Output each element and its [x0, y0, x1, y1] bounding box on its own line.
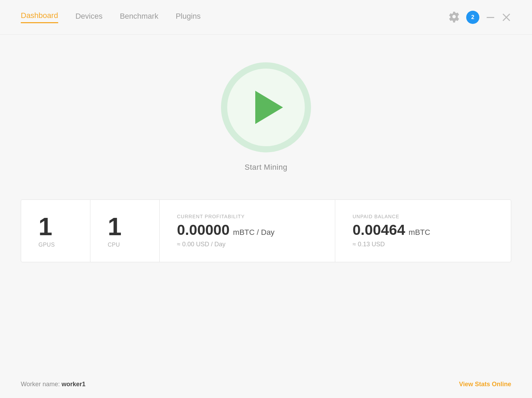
minimize-icon	[487, 17, 494, 18]
play-icon	[255, 91, 283, 124]
stats-grid: 1 GPUs 1 CPU CURRENT PROFITABILITY 0.000…	[21, 200, 511, 262]
profitability-card: CURRENT PROFITABILITY 0.00000 mBTC / Day…	[160, 200, 335, 262]
cpu-label: CPU	[108, 242, 120, 248]
nav-tabs: Dashboard Devices Benchmark Plugins	[21, 11, 201, 23]
view-stats-link[interactable]: View Stats Online	[459, 381, 511, 388]
nav-right: 2	[448, 11, 511, 24]
close-button[interactable]	[502, 12, 511, 22]
gpus-count: 1	[38, 214, 52, 239]
balance-section-label: UNPAID BALANCE	[353, 214, 497, 219]
gpus-stat-card: 1 GPUs	[21, 200, 90, 262]
balance-usd: ≈ 0.13 USD	[353, 241, 497, 248]
profitability-value-row: 0.00000 mBTC / Day	[177, 223, 321, 237]
start-mining-button[interactable]	[221, 62, 311, 152]
profitability-value: 0.00000	[177, 223, 230, 237]
main-content: Start Mining 1 GPUs 1 CPU CURRENT PROFIT…	[0, 35, 532, 398]
notification-count: 2	[471, 14, 475, 20]
app-window: Dashboard Devices Benchmark Plugins 2	[0, 0, 532, 398]
worker-name-display: Worker name: worker1	[21, 381, 86, 388]
footer: Worker name: worker1 View Stats Online	[0, 370, 532, 398]
worker-name: worker1	[62, 381, 86, 388]
profitability-section-label: CURRENT PROFITABILITY	[177, 214, 321, 219]
close-icon	[503, 14, 510, 21]
gear-icon	[448, 11, 460, 23]
worker-prefix: Worker name:	[21, 381, 62, 388]
balance-unit: mBTC	[409, 228, 430, 237]
tab-benchmark[interactable]: Benchmark	[120, 12, 158, 23]
cpu-stat-card: 1 CPU	[90, 200, 160, 262]
tab-plugins[interactable]: Plugins	[176, 12, 201, 23]
play-container: Start Mining	[221, 62, 311, 172]
notification-badge[interactable]: 2	[466, 11, 479, 24]
start-mining-label: Start Mining	[245, 163, 287, 172]
balance-card: UNPAID BALANCE 0.00464 mBTC ≈ 0.13 USD	[335, 200, 511, 262]
tab-dashboard[interactable]: Dashboard	[21, 11, 58, 23]
cpu-count: 1	[108, 214, 122, 239]
svg-rect-0	[487, 17, 494, 18]
balance-value-row: 0.00464 mBTC	[353, 223, 497, 237]
minimize-button[interactable]	[486, 12, 495, 22]
profitability-unit: mBTC / Day	[233, 228, 275, 237]
tab-devices[interactable]: Devices	[76, 12, 103, 23]
gpus-label: GPUs	[38, 242, 55, 248]
nav-bar: Dashboard Devices Benchmark Plugins 2	[0, 0, 532, 35]
profitability-usd: ≈ 0.00 USD / Day	[177, 241, 321, 248]
settings-button[interactable]	[448, 11, 460, 24]
balance-value: 0.00464	[353, 223, 405, 237]
